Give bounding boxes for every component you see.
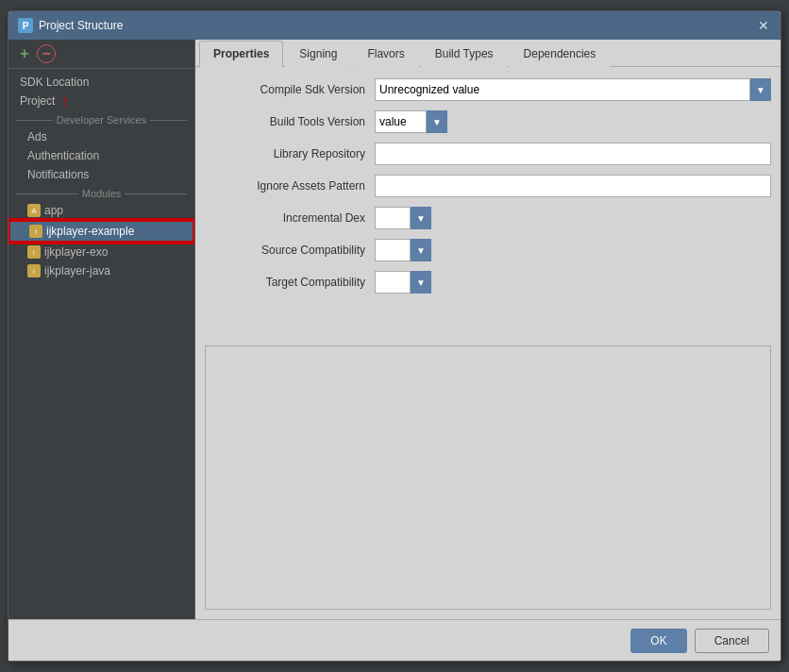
build-tools-combo: ▼ — [375, 110, 450, 133]
app-label: app — [44, 204, 63, 217]
remove-module-button[interactable]: − — [37, 44, 56, 63]
source-compat-input[interactable] — [375, 239, 411, 261]
app-module-icon: A — [27, 204, 41, 217]
sidebar-item-authentication[interactable]: Authentication — [8, 146, 194, 165]
target-compat-combo: ▼ — [375, 271, 431, 294]
ijkplayer-example-icon: i — [29, 225, 42, 238]
ignore-assets-control — [375, 175, 771, 197]
ignore-assets-row: Ignore Assets Pattern — [205, 173, 771, 199]
main-content: + − SDK Location Project ↑ Developer Ser… — [8, 40, 781, 619]
authentication-label: Authentication — [27, 149, 99, 162]
sidebar-toolbar: + − — [8, 40, 194, 69]
sidebar: + − SDK Location Project ↑ Developer Ser… — [8, 40, 195, 619]
target-compat-dropdown-button[interactable]: ▼ — [411, 271, 431, 294]
dialog-icon: P — [18, 18, 33, 33]
compile-sdk-label: Compile Sdk Version — [205, 83, 375, 96]
tab-dependencies[interactable]: Dependencies — [510, 41, 611, 67]
source-compat-label: Source Compatibility — [205, 244, 375, 257]
modules-label: Modules — [82, 188, 122, 199]
ignore-assets-input[interactable] — [375, 175, 771, 197]
compile-sdk-row: Compile Sdk Version ▼ — [205, 76, 771, 103]
sidebar-item-ads[interactable]: Ads — [8, 127, 194, 146]
incremental-dex-combo: ▼ — [375, 207, 431, 229]
sidebar-item-notifications[interactable]: Notifications — [8, 165, 194, 184]
build-tools-row: Build Tools Version ▼ — [205, 109, 771, 135]
empty-content-area — [205, 345, 771, 610]
source-compat-combo: ▼ — [375, 239, 431, 261]
sidebar-item-project[interactable]: Project ↑ — [8, 92, 194, 110]
incremental-dex-control: ▼ — [375, 207, 771, 229]
incremental-dex-row: Incremental Dex ▼ — [205, 205, 771, 231]
target-compat-label: Target Compatibility — [205, 276, 375, 289]
build-tools-label: Build Tools Version — [205, 115, 375, 128]
incremental-dex-input[interactable] — [375, 207, 411, 229]
library-repo-input[interactable] — [375, 143, 771, 165]
dialog-footer: OK Cancel — [8, 619, 781, 661]
build-tools-dropdown-button[interactable]: ▼ — [427, 110, 447, 133]
ijkplayer-java-label: ijkplayer-java — [44, 264, 110, 277]
sdk-location-label: SDK Location — [20, 76, 89, 89]
title-bar-left: P Project Structure — [18, 18, 123, 33]
sidebar-item-sdk-location[interactable]: SDK Location — [8, 73, 194, 92]
incremental-dex-label: Incremental Dex — [205, 211, 375, 225]
build-tools-control: ▼ — [375, 110, 771, 133]
tab-properties[interactable]: Properties — [199, 41, 283, 67]
sidebar-item-ijkplayer-java[interactable]: i ijkplayer-java — [8, 261, 194, 280]
properties-panel: Compile Sdk Version ▼ Build Tools Versio… — [195, 67, 781, 345]
arrow-indicator: ↑ — [60, 92, 69, 111]
sidebar-tree: SDK Location Project ↑ Developer Service… — [8, 69, 194, 619]
modules-section: Modules — [8, 184, 194, 201]
sidebar-item-app[interactable]: A app — [8, 201, 194, 220]
library-repo-label: Library Repository — [205, 147, 375, 160]
target-compat-input[interactable] — [375, 271, 411, 294]
tab-signing[interactable]: Signing — [285, 41, 351, 67]
tabs-bar: Properties Signing Flavors Build Types D… — [195, 40, 781, 67]
compile-sdk-dropdown-button[interactable]: ▼ — [750, 78, 771, 101]
source-compat-dropdown-button[interactable]: ▼ — [411, 239, 431, 261]
developer-services-section: Developer Services — [8, 110, 194, 127]
right-panel: Properties Signing Flavors Build Types D… — [195, 40, 781, 619]
target-compat-row: Target Compatibility ▼ — [205, 269, 771, 295]
ok-button[interactable]: OK — [630, 629, 686, 653]
tab-flavors[interactable]: Flavors — [353, 41, 418, 67]
ijkplayer-exo-icon: i — [27, 245, 41, 259]
library-repo-control — [375, 143, 771, 165]
source-compat-control: ▼ — [375, 239, 771, 261]
ijkplayer-exo-label: ijkplayer-exo — [44, 245, 108, 259]
developer-services-label: Developer Services — [57, 114, 146, 126]
source-compat-row: Source Compatibility ▼ — [205, 237, 771, 263]
title-bar: P Project Structure ✕ — [8, 11, 781, 40]
incremental-dex-dropdown-button[interactable]: ▼ — [411, 207, 431, 229]
dialog-title: Project Structure — [39, 19, 123, 32]
target-compat-control: ▼ — [375, 271, 771, 294]
compile-sdk-input[interactable] — [375, 78, 750, 101]
form-section: Compile Sdk Version ▼ Build Tools Versio… — [205, 76, 771, 295]
sidebar-item-ijkplayer-exo[interactable]: i ijkplayer-exo — [8, 243, 194, 261]
ignore-assets-label: Ignore Assets Pattern — [205, 179, 375, 193]
build-tools-input[interactable] — [375, 110, 427, 133]
add-module-button[interactable]: + — [14, 43, 35, 64]
notifications-label: Notifications — [27, 168, 89, 181]
project-label: Project — [20, 94, 55, 108]
close-button[interactable]: ✕ — [756, 18, 771, 33]
tab-build-types[interactable]: Build Types — [421, 41, 508, 67]
compile-sdk-control: ▼ — [375, 78, 771, 101]
ijkplayer-java-icon: i — [27, 264, 41, 277]
library-repo-row: Library Repository — [205, 141, 771, 167]
ads-label: Ads — [27, 130, 47, 143]
cancel-button[interactable]: Cancel — [695, 629, 769, 653]
ijkplayer-example-label: ijkplayer-example — [46, 225, 134, 238]
project-structure-dialog: P Project Structure ✕ + − SDK Location P… — [8, 10, 781, 662]
sidebar-item-ijkplayer-example[interactable]: i ijkplayer-example — [8, 220, 194, 243]
